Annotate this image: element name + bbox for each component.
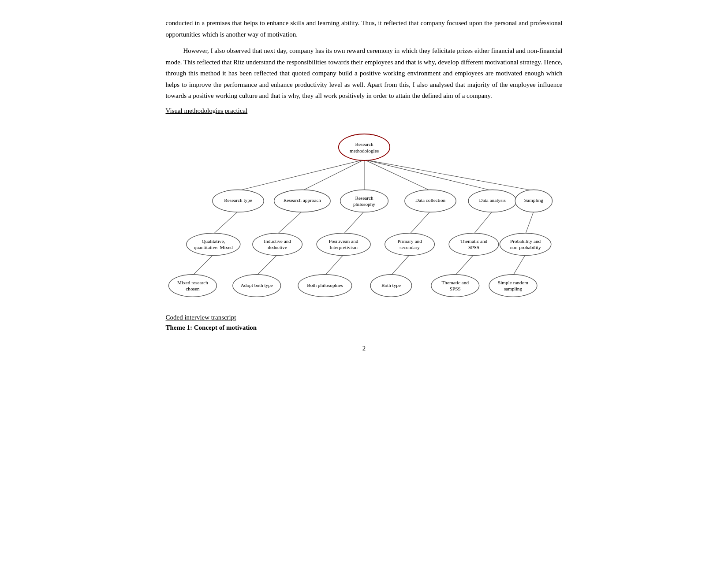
primary-secondary-node: Primary and secondary <box>385 233 434 256</box>
svg-point-49 <box>500 233 551 256</box>
coded-heading: Coded interview transcript <box>166 314 563 321</box>
inductive-node: Inductive and deductive <box>252 233 302 256</box>
svg-text:Primary and: Primary and <box>397 238 422 244</box>
svg-text:deductive: deductive <box>268 245 287 250</box>
svg-line-7 <box>277 211 302 234</box>
svg-text:Qualitative,: Qualitative, <box>202 238 225 244</box>
paragraph-1: conducted in a premises that helps to en… <box>166 18 563 40</box>
diagram-container: Research methodologies Research type Res… <box>166 121 563 306</box>
svg-text:Research: Research <box>355 195 373 200</box>
svg-line-10 <box>474 211 492 234</box>
svg-point-43 <box>385 233 434 256</box>
both-type-node: Both type <box>370 274 412 297</box>
svg-line-8 <box>343 211 364 234</box>
svg-text:Probability and: Probability and <box>510 238 541 244</box>
svg-text:Positivism and: Positivism and <box>329 238 358 244</box>
svg-text:secondary: secondary <box>399 245 420 250</box>
svg-point-52 <box>168 274 217 297</box>
svg-point-37 <box>252 233 302 256</box>
svg-text:chosen: chosen <box>186 286 200 291</box>
svg-text:philosophy: philosophy <box>353 201 375 206</box>
svg-point-64 <box>489 274 537 297</box>
svg-point-18 <box>338 134 389 160</box>
svg-line-14 <box>325 254 343 275</box>
svg-line-3 <box>364 160 430 190</box>
svg-point-25 <box>340 190 388 212</box>
visual-methodologies-heading: Visual methodologies practical <box>166 107 563 115</box>
svg-line-4 <box>364 160 493 190</box>
data-analysis-node: Data analysis <box>468 190 516 212</box>
svg-point-61 <box>431 274 479 297</box>
svg-line-13 <box>257 254 277 275</box>
page: conducted in a premises that helps to en… <box>166 18 563 352</box>
svg-line-0 <box>238 160 364 190</box>
svg-text:Sampling: Sampling <box>524 197 543 203</box>
adopt-both-node: Adopt both type <box>232 274 280 297</box>
simple-random-node: Simple random sampling <box>489 274 537 297</box>
paragraph-2: However, I also observed that next day, … <box>166 45 563 102</box>
both-philosophies-node: Both philosophies <box>298 274 352 297</box>
svg-text:Research type: Research type <box>224 197 252 203</box>
positivism-node: Positivism and Interpretivism <box>317 233 370 256</box>
svg-text:Research approach: Research approach <box>283 197 321 203</box>
svg-text:quantitative. Mixed: quantitative. Mixed <box>194 245 232 250</box>
svg-line-9 <box>410 211 430 234</box>
svg-text:Research: Research <box>355 141 373 146</box>
svg-text:SPSS: SPSS <box>468 245 479 250</box>
svg-text:Both philosophies: Both philosophies <box>307 282 343 287</box>
svg-text:non-probability: non-probability <box>510 245 541 250</box>
svg-line-12 <box>192 254 213 275</box>
page-number: 2 <box>166 345 563 352</box>
svg-point-40 <box>317 233 370 256</box>
svg-line-5 <box>364 160 534 190</box>
thematic-spss2-node: Thematic and SPSS <box>431 274 479 297</box>
theme-heading: Theme 1: Concept of motivation <box>166 324 563 331</box>
svg-line-11 <box>525 211 534 234</box>
methodology-diagram: Research methodologies Research type Res… <box>166 121 563 306</box>
svg-point-34 <box>186 233 240 256</box>
svg-text:Interpretivism: Interpretivism <box>329 245 358 250</box>
sampling-node: Sampling <box>515 190 552 212</box>
svg-text:Thematic and: Thematic and <box>441 280 469 285</box>
svg-line-17 <box>513 254 525 275</box>
svg-text:Adopt both type: Adopt both type <box>240 282 273 287</box>
svg-text:sampling: sampling <box>504 286 522 291</box>
svg-text:Data analysis: Data analysis <box>479 197 505 203</box>
root-node: Research methodologies <box>338 134 389 160</box>
svg-text:Both type: Both type <box>381 282 400 287</box>
research-type-node: Research type <box>212 190 263 212</box>
svg-point-46 <box>449 233 499 256</box>
svg-line-1 <box>302 160 364 190</box>
research-approach-node: Research approach <box>274 190 330 212</box>
data-collection-node: Data collection <box>404 190 455 212</box>
mixed-research-node: Mixed research chosen <box>168 274 217 297</box>
svg-text:SPSS: SPSS <box>449 286 460 291</box>
svg-line-16 <box>455 254 474 275</box>
svg-text:Thematic and: Thematic and <box>460 238 487 244</box>
svg-text:methodologies: methodologies <box>349 148 378 153</box>
svg-text:Simple random: Simple random <box>497 280 528 285</box>
research-philosophy-node: Research philosophy <box>340 190 388 212</box>
probability-node: Probability and non-probability <box>500 233 551 256</box>
qualitative-node: Qualitative, quantitative. Mixed <box>186 233 240 256</box>
svg-text:Mixed research: Mixed research <box>177 280 208 285</box>
thematic-spss-node: Thematic and SPSS <box>449 233 499 256</box>
svg-text:Data collection: Data collection <box>415 197 445 203</box>
svg-line-15 <box>391 254 409 275</box>
svg-text:Inductive and: Inductive and <box>264 238 291 244</box>
svg-line-6 <box>213 211 238 234</box>
